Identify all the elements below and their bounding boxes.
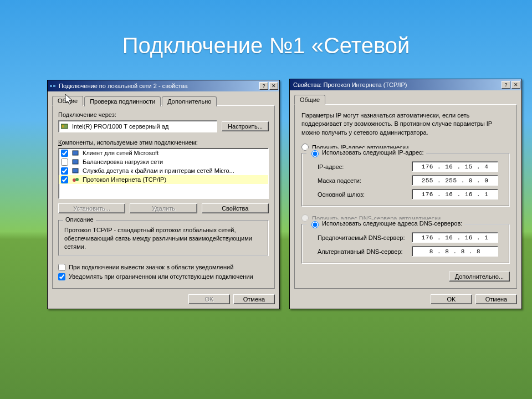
help-button[interactable]: ? — [502, 81, 510, 89]
ip-address-input[interactable]: 176 . 16 . 15 . 4 — [412, 161, 498, 172]
titlebar-tcpip-text: Свойства: Протокол Интернета (TCP/IP) — [291, 81, 500, 88]
component-label: Балансировка нагрузки сети — [83, 158, 163, 165]
component-label: Служба доступа к файлам и принтерам сете… — [83, 167, 234, 174]
tcpip-info-text: Параметры IP могут назначаться автоматич… — [301, 111, 510, 137]
svg-rect-0 — [50, 85, 52, 87]
gateway-label: Основной шлюз: — [318, 191, 412, 198]
svg-rect-1 — [53, 85, 55, 87]
list-item[interactable]: Протокол Интернета (TCP/IP) — [59, 175, 268, 184]
balance-icon — [71, 158, 79, 166]
component-label: Протокол Интернета (TCP/IP) — [83, 176, 166, 183]
svg-rect-3 — [61, 124, 68, 129]
ok-button[interactable]: OK — [188, 294, 230, 304]
tray-icon-checkbox[interactable] — [58, 264, 65, 271]
notify-checkbox[interactable] — [58, 273, 65, 280]
connection-icon — [49, 82, 57, 90]
gateway-input[interactable]: 176 . 16 . 16 . 1 — [412, 189, 498, 200]
tray-icon-label: При подключении вывести значок в области… — [69, 264, 233, 270]
dialog-tcpip-properties: Свойства: Протокол Интернета (TCP/IP) ? … — [289, 79, 522, 309]
description-legend: Описание — [63, 216, 96, 223]
subnet-mask-label: Маска подсети: — [318, 177, 412, 184]
advanced-button[interactable]: Дополнительно... — [449, 272, 510, 282]
list-item[interactable]: Клиент для сетей Microsoft — [59, 149, 268, 157]
slide-title: Подключение №1 «Сетевой — [0, 33, 532, 58]
tcpip-icon — [71, 176, 79, 183]
radio-manual-dns-input[interactable] — [311, 221, 319, 228]
list-item[interactable]: Балансировка нагрузки сети — [59, 157, 268, 166]
radio-manual-dns[interactable]: Использовать следующие адреса DNS-сервер… — [306, 219, 464, 228]
radio-manual-dns-label: Использовать следующие адреса DNS-сервер… — [322, 220, 462, 227]
component-checkbox[interactable] — [61, 158, 68, 166]
cancel-button[interactable]: Отмена — [233, 294, 275, 304]
dns2-label: Альтернативный DNS-сервер: — [318, 248, 412, 255]
client-icon — [71, 149, 79, 157]
dns1-label: Предпочитаемый DNS-сервер: — [318, 234, 412, 241]
close-button[interactable]: ✕ — [269, 82, 278, 90]
adapter-name: Intel(R) PRO/1000 T серверный ад — [72, 123, 168, 130]
list-item[interactable]: Служба доступа к файлам и принтерам сете… — [59, 166, 268, 175]
dns1-input[interactable]: 176 . 16 . 16 . 1 — [412, 232, 498, 243]
tab-general[interactable]: Общие — [52, 96, 83, 106]
install-button[interactable]: Установить... — [58, 203, 125, 213]
svg-rect-4 — [62, 125, 64, 127]
ok-button[interactable]: OK — [431, 294, 472, 304]
tab-advanced[interactable]: Дополнительно — [162, 96, 217, 106]
description-group: Описание Протокол TCP/IP - стандартный п… — [58, 220, 269, 256]
svg-point-9 — [75, 178, 79, 181]
subnet-mask-input[interactable]: 255 . 255 . 0 . 0 — [412, 175, 498, 186]
ip-address-label: IP-адрес: — [318, 163, 412, 170]
component-checkbox[interactable] — [61, 176, 68, 183]
uninstall-button[interactable]: Удалить — [130, 203, 197, 213]
component-checkbox[interactable] — [61, 167, 68, 175]
titlebar-lan-text: Подключение по локальной сети 2 - свойст… — [59, 83, 258, 89]
titlebar-lan[interactable]: Подключение по локальной сети 2 - свойст… — [48, 80, 279, 91]
tab-auth[interactable]: Проверка подлинности — [84, 96, 161, 106]
notify-label: Уведомлять при ограниченном или отсутств… — [69, 273, 253, 280]
tab-general[interactable]: Общие — [294, 95, 325, 105]
description-text: Протокол TCP/IP - стандартный протокол г… — [64, 226, 263, 251]
svg-point-8 — [73, 178, 76, 182]
dialog-lan-properties: Подключение по локальной сети 2 - свойст… — [47, 80, 280, 309]
fileshare-icon — [71, 167, 79, 175]
component-checkbox[interactable] — [61, 150, 68, 157]
close-button[interactable]: ✕ — [511, 81, 520, 89]
component-label: Клиент для сетей Microsoft — [83, 150, 158, 156]
dns2-input[interactable]: 8 . 8 . 8 . 8 — [412, 246, 498, 257]
help-button[interactable]: ? — [259, 82, 268, 90]
cancel-button[interactable]: Отмена — [475, 294, 517, 304]
radio-manual-ip-input[interactable] — [311, 150, 319, 157]
properties-button[interactable]: Свойства — [202, 203, 269, 213]
components-label: ККомпоненты, используемые этим подключен… — [58, 139, 269, 146]
components-list[interactable]: Клиент для сетей Microsoft Балансировка … — [58, 148, 269, 199]
svg-rect-7 — [73, 168, 78, 173]
adapter-field[interactable]: Intel(R) PRO/1000 T серверный ад — [58, 120, 217, 132]
titlebar-tcpip[interactable]: Свойства: Протокол Интернета (TCP/IP) ? … — [290, 79, 521, 90]
svg-rect-6 — [73, 160, 78, 164]
nic-icon — [61, 122, 69, 130]
configure-button[interactable]: Настроить... — [222, 121, 269, 131]
radio-manual-ip-label: Использовать следующий IP-адрес: — [322, 149, 424, 156]
radio-manual-ip[interactable]: Использовать следующий IP-адрес: — [306, 149, 426, 157]
svg-rect-5 — [73, 151, 78, 155]
connect-via-label: Подключение через: — [58, 111, 269, 118]
